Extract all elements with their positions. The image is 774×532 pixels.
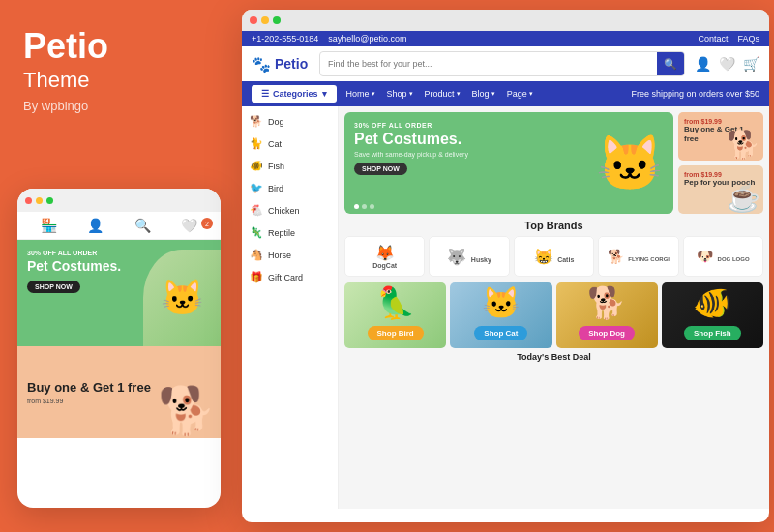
nav-blog[interactable]: Blog ▾ [472, 89, 495, 99]
categories-label: Categories [273, 89, 318, 99]
mobile-hero-off: 30% OFF ALL ORDER [27, 250, 121, 256]
shipping-notice: Free shipping on orders over $50 [631, 89, 759, 99]
promo-card-1[interactable]: from $19.99 Buy one & Get 1 free 🐕 [678, 112, 763, 161]
desktop-top-bar [242, 10, 769, 31]
mobile-promo-text: Buy one & Get 1 free from $19.99 [27, 380, 151, 404]
sidebar-dog-label: Dog [268, 117, 284, 127]
categories-button[interactable]: ☰ Categories ▾ [252, 85, 337, 103]
flyingcorgi-label: FLYING CORGI [628, 256, 670, 262]
desktop-dot-green [273, 16, 281, 24]
shop-bird-button[interactable]: Shop Bird [368, 326, 424, 340]
promo-card-2[interactable]: from $19.99 Pep for your pooch ☕ [678, 165, 763, 214]
doglogo-label: DOG LOGO [718, 256, 750, 262]
shop-card-cat[interactable]: 🐱 Shop Cat [450, 282, 551, 348]
brand-card-catis[interactable]: 😸 Catis [514, 236, 594, 277]
nav-home[interactable]: Home ▾ [346, 89, 375, 99]
desktop-dot-red [250, 16, 257, 24]
brand-card-husky[interactable]: 🐺 Husky [429, 236, 509, 277]
sidebar-cat-label: Cat [268, 139, 282, 149]
cart-icon[interactable]: 🛒 [743, 56, 759, 72]
shop-card-bird[interactable]: 🦜 Shop Bird [344, 282, 446, 348]
promo-column: from $19.99 Buy one & Get 1 free 🐕 from … [678, 112, 763, 214]
cat-icon: 🐈 [250, 137, 263, 150]
header-top: +1-202-555-0184 sayhello@petio.com Conta… [242, 31, 769, 46]
sidebar-item-dog[interactable]: 🐕 Dog [242, 110, 338, 133]
desktop-mockup: +1-202-555-0184 sayhello@petio.com Conta… [242, 10, 769, 522]
header-top-left: +1-202-555-0184 sayhello@petio.com [252, 34, 407, 44]
hero-dot-1[interactable] [354, 204, 359, 209]
mobile-mockup: 🏪 👤 🔍 🤍 2 30% OFF ALL ORDER Pet Costumes… [17, 189, 221, 508]
mobile-promo-image: 🐕 [158, 384, 216, 438]
mobile-promo-sub: from $19.99 [27, 398, 151, 404]
sidebar-item-reptile[interactable]: 🦎 Reptile [242, 222, 338, 244]
bird-animal-icon: 🦜 [376, 284, 415, 321]
bird-icon: 🐦 [250, 182, 263, 194]
hero-dot-3[interactable] [370, 204, 374, 209]
sidebar-giftcard-label: Gift Card [268, 273, 303, 282]
mobile-dot-red [25, 197, 32, 204]
sidebar-item-fish[interactable]: 🐠 Fish [242, 155, 338, 177]
content-area: 30% OFF ALL ORDER Pet Costumes. Save wit… [339, 106, 769, 509]
brand-card-dog-logo[interactable]: 🐶 DOG LOGO [683, 236, 763, 277]
brands-section-title: Top Brands [344, 220, 763, 231]
mobile-hero-btn[interactable]: SHOP NOW [27, 281, 80, 293]
brand-card-flying-corgi[interactable]: 🐕 FLYING CORGI [598, 236, 678, 277]
hero-dots [354, 204, 374, 209]
sidebar-reptile-label: Reptile [268, 228, 295, 238]
promo-1-animal: 🐕 [727, 129, 760, 161]
hero-row: 30% OFF ALL ORDER Pet Costumes. Save wit… [344, 112, 763, 214]
promo-1-price: from $19.99 [684, 118, 758, 125]
fish-animal-icon: 🐠 [693, 284, 731, 321]
wishlist-icon[interactable]: 🤍 [719, 56, 735, 72]
email-text: sayhello@petio.com [328, 34, 406, 44]
brand-card-dogcat[interactable]: 🦊 DogCat [344, 236, 425, 277]
nav-product[interactable]: Product ▾ [425, 89, 461, 99]
shop-dog-button[interactable]: Shop Dog [579, 326, 635, 340]
search-button[interactable]: 🔍 [657, 51, 684, 76]
nav-page[interactable]: Page ▾ [507, 89, 533, 99]
hero-text: 30% OFF ALL ORDER Pet Costumes. Save wit… [354, 122, 468, 175]
chicken-icon: 🐔 [250, 204, 263, 217]
horse-icon: 🐴 [250, 249, 263, 261]
hero-title: Pet Costumes. [354, 131, 468, 148]
sidebar-item-bird[interactable]: 🐦 Bird [242, 177, 338, 199]
hero-cat-image: 🐱 [596, 112, 664, 214]
chevron-down-icon: ▾ [322, 89, 327, 99]
hero-dot-2[interactable] [362, 204, 367, 209]
promo-2-price: from $19.99 [684, 171, 758, 178]
brand-title: Petio [23, 27, 214, 66]
mobile-hero-title: Pet Costumes. [27, 258, 121, 275]
shop-card-fish[interactable]: 🐠 Shop Fish [662, 282, 763, 348]
dog-icon: 🐕 [250, 115, 263, 128]
catis-icon: 😸 [534, 249, 553, 265]
user-icon[interactable]: 👤 [695, 56, 711, 72]
shop-cat-button[interactable]: Shop Cat [474, 326, 527, 340]
main-content: 🐕 Dog 🐈 Cat 🐠 Fish 🐦 Bird 🐔 Chicken 🦎 [242, 106, 769, 509]
mobile-hero-image: 🐱 [143, 250, 221, 346]
mobile-person-icon: 👤 [87, 218, 104, 233]
faqs-link[interactable]: FAQs [737, 34, 759, 44]
contact-link[interactable]: Contact [698, 34, 728, 44]
sidebar-chicken-label: Chicken [268, 206, 300, 216]
hero-banner: 30% OFF ALL ORDER Pet Costumes. Save wit… [344, 112, 673, 214]
cat-animal-icon: 🐱 [482, 284, 521, 321]
hero-off: 30% OFF ALL ORDER [354, 122, 468, 129]
dogcat-label: DogCat [372, 262, 397, 269]
sidebar-fish-label: Fish [268, 162, 284, 171]
sidebar-item-horse[interactable]: 🐴 Horse [242, 244, 338, 266]
shop-fish-button[interactable]: Shop Fish [684, 326, 741, 340]
search-bar: 🔍 [319, 51, 685, 76]
shop-card-dog[interactable]: 🐕 Shop Dog [556, 282, 658, 348]
brand-dogcat: 🦊 DogCat [372, 244, 397, 269]
mobile-store-icon: 🏪 [41, 218, 57, 233]
dogcat-icon: 🦊 [375, 244, 395, 262]
giftcard-icon: 🎁 [250, 271, 263, 283]
mobile-top-bar [17, 189, 221, 212]
nav-shop[interactable]: Shop ▾ [387, 89, 413, 99]
hero-shop-now-button[interactable]: SHOP NOW [354, 163, 407, 175]
sidebar: 🐕 Dog 🐈 Cat 🐠 Fish 🐦 Bird 🐔 Chicken 🦎 [242, 106, 339, 509]
sidebar-item-chicken[interactable]: 🐔 Chicken [242, 199, 338, 222]
search-input[interactable] [320, 59, 657, 69]
sidebar-item-cat[interactable]: 🐈 Cat [242, 133, 338, 155]
sidebar-item-giftcard[interactable]: 🎁 Gift Card [242, 266, 338, 288]
